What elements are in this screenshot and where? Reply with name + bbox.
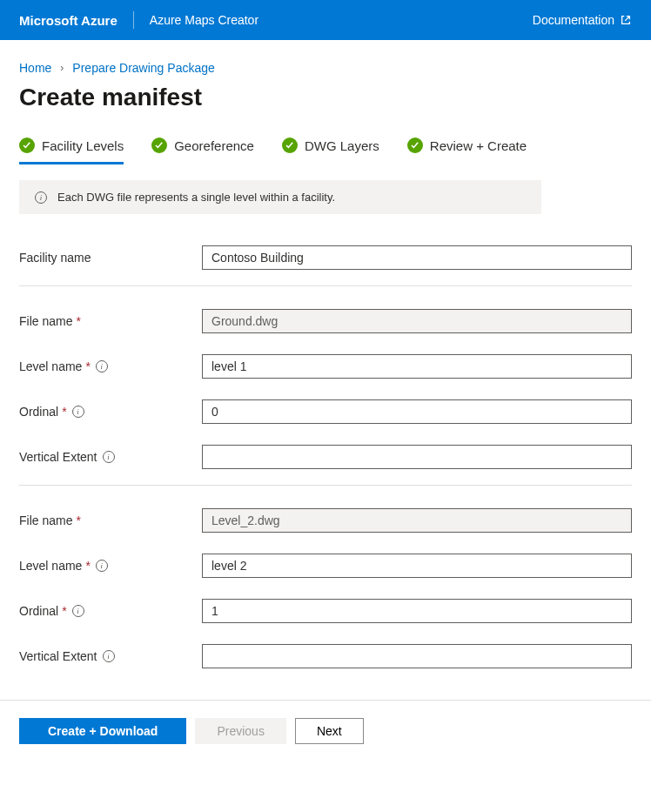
level-name-input[interactable]	[202, 554, 632, 578]
info-banner: i Each DWG file represents a single leve…	[19, 180, 541, 214]
create-download-button[interactable]: Create + Download	[19, 718, 186, 744]
info-icon[interactable]: i	[96, 560, 108, 572]
check-circle-icon	[282, 138, 298, 153]
file-name-input	[202, 309, 632, 333]
external-link-icon	[620, 14, 632, 26]
level-name-input[interactable]	[202, 354, 632, 379]
level-section-1: File name * Level name * i Ordinal * i V…	[19, 508, 632, 684]
breadcrumb: Home › Prepare Drawing Package	[19, 61, 632, 75]
check-circle-icon	[19, 138, 35, 153]
info-icon[interactable]: i	[72, 605, 84, 617]
previous-button: Previous	[195, 718, 285, 744]
ordinal-input[interactable]	[202, 399, 632, 424]
facility-name-section: Facility name	[19, 245, 632, 286]
tab-dwg-layers[interactable]: DWG Layers	[282, 138, 379, 164]
check-circle-icon	[151, 138, 167, 153]
facility-name-label: Facility name	[19, 251, 202, 265]
tab-label: DWG Layers	[305, 138, 379, 153]
vertical-extent-label: Vertical Extent i	[19, 450, 202, 464]
file-name-input	[202, 508, 632, 533]
documentation-link[interactable]: Documentation	[533, 13, 632, 27]
wizard-tabs: Facility Levels Georeference DWG Layers …	[19, 138, 632, 164]
file-name-label: File name *	[19, 314, 202, 328]
facility-name-input[interactable]	[202, 245, 632, 270]
vertical-extent-input[interactable]	[202, 644, 632, 668]
file-name-label: File name *	[19, 513, 202, 527]
documentation-label: Documentation	[533, 13, 614, 27]
next-button[interactable]: Next	[295, 718, 364, 744]
level-section-0: File name * Level name * i Ordinal * i V…	[19, 309, 632, 486]
level-name-label: Level name * i	[19, 559, 202, 573]
app-title: Azure Maps Creator	[150, 13, 258, 27]
tab-label: Review + Create	[430, 138, 527, 153]
chevron-right-icon: ›	[60, 62, 64, 74]
tab-review-create[interactable]: Review + Create	[407, 138, 527, 164]
ordinal-label: Ordinal * i	[19, 405, 202, 419]
info-icon[interactable]: i	[96, 360, 108, 372]
tab-facility-levels[interactable]: Facility Levels	[19, 138, 124, 164]
info-icon[interactable]: i	[72, 406, 84, 418]
header-bar: Microsoft Azure Azure Maps Creator Docum…	[0, 0, 651, 40]
tab-label: Georeference	[174, 138, 254, 153]
footer-actions: Create + Download Previous Next	[0, 700, 651, 770]
info-icon[interactable]: i	[103, 650, 115, 662]
tab-georeference[interactable]: Georeference	[151, 138, 254, 164]
header-divider	[133, 11, 134, 29]
vertical-extent-label: Vertical Extent i	[19, 649, 202, 663]
breadcrumb-prepare[interactable]: Prepare Drawing Package	[72, 61, 214, 75]
tab-label: Facility Levels	[42, 138, 124, 153]
check-circle-icon	[407, 138, 423, 153]
info-banner-text: Each DWG file represents a single level …	[57, 191, 335, 204]
ordinal-label: Ordinal * i	[19, 604, 202, 618]
level-name-label: Level name * i	[19, 359, 202, 373]
page-title: Create manifest	[19, 84, 632, 111]
breadcrumb-home[interactable]: Home	[19, 61, 51, 75]
brand-label: Microsoft Azure	[19, 13, 117, 28]
ordinal-input[interactable]	[202, 599, 632, 623]
info-icon[interactable]: i	[103, 451, 115, 463]
vertical-extent-input[interactable]	[202, 445, 632, 469]
main-content: Home › Prepare Drawing Package Create ma…	[0, 40, 651, 684]
info-icon: i	[35, 191, 47, 204]
